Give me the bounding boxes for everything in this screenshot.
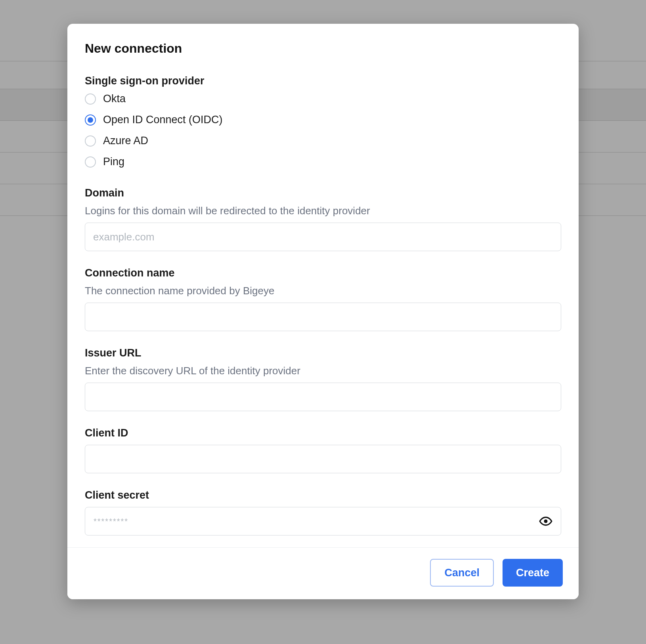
radio-icon — [85, 135, 96, 147]
client-secret-label: Client secret — [85, 489, 561, 501]
client-id-label: Client ID — [85, 427, 561, 439]
connection-name-input[interactable] — [85, 303, 561, 331]
radio-label: Okta — [103, 93, 126, 105]
connection-name-label: Connection name — [85, 267, 561, 279]
radio-option-oidc[interactable]: Open ID Connect (OIDC) — [85, 114, 561, 126]
issuer-url-helper: Enter the discovery URL of the identity … — [85, 365, 561, 377]
client-id-field: Client ID — [85, 427, 561, 473]
modal-title: New connection — [85, 41, 561, 56]
client-secret-input[interactable] — [85, 507, 561, 535]
radio-option-okta[interactable]: Okta — [85, 93, 561, 105]
new-connection-modal: New connection Single sign-on provider O… — [67, 24, 579, 599]
radio-label: Azure AD — [103, 135, 148, 147]
modal-body: New connection Single sign-on provider O… — [67, 24, 579, 547]
radio-label: Ping — [103, 156, 124, 168]
provider-section: Single sign-on provider Okta Open ID Con… — [85, 75, 561, 168]
domain-helper: Logins for this domain will be redirecte… — [85, 205, 561, 217]
issuer-url-input[interactable] — [85, 383, 561, 411]
modal-footer: Cancel Create — [67, 547, 579, 599]
client-secret-field: Client secret ********* — [85, 489, 561, 535]
issuer-url-label: Issuer URL — [85, 347, 561, 359]
domain-field: Domain Logins for this domain will be re… — [85, 187, 561, 251]
eye-icon[interactable] — [539, 514, 552, 528]
radio-icon — [85, 93, 96, 105]
radio-icon — [85, 156, 96, 168]
cancel-button[interactable]: Cancel — [430, 559, 494, 587]
connection-name-field: Connection name The connection name prov… — [85, 267, 561, 331]
radio-option-ping[interactable]: Ping — [85, 156, 561, 168]
svg-point-0 — [544, 519, 547, 523]
create-button[interactable]: Create — [503, 559, 563, 587]
radio-label: Open ID Connect (OIDC) — [103, 114, 223, 126]
provider-radio-group: Okta Open ID Connect (OIDC) Azure AD Pin… — [85, 93, 561, 168]
radio-icon — [85, 114, 96, 126]
client-id-input[interactable] — [85, 445, 561, 473]
modal-overlay: New connection Single sign-on provider O… — [0, 0, 646, 644]
issuer-url-field: Issuer URL Enter the discovery URL of th… — [85, 347, 561, 411]
radio-option-azure-ad[interactable]: Azure AD — [85, 135, 561, 147]
connection-name-helper: The connection name provided by Bigeye — [85, 285, 561, 297]
domain-label: Domain — [85, 187, 561, 199]
domain-input[interactable] — [85, 223, 561, 251]
provider-label: Single sign-on provider — [85, 75, 561, 87]
